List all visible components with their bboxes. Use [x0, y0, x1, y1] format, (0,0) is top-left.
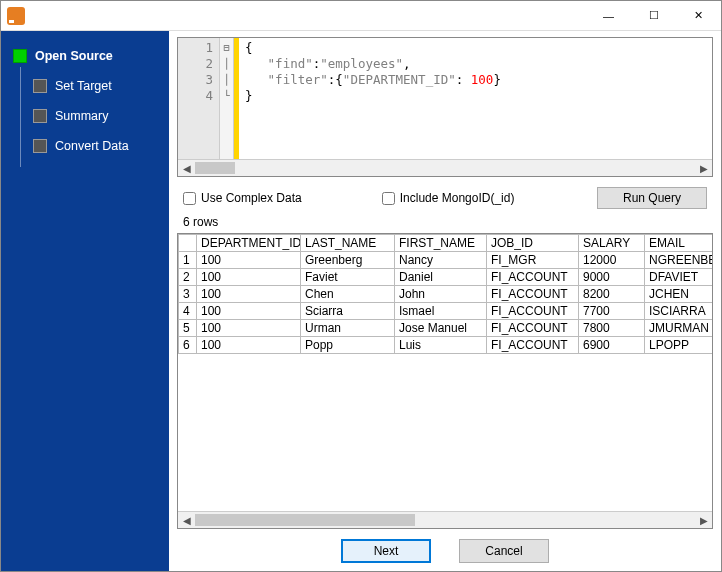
nav-item-set-target[interactable]: Set Target — [1, 75, 169, 97]
scroll-left-icon[interactable]: ◀ — [178, 512, 195, 529]
nav-step-icon — [33, 139, 47, 153]
table-cell[interactable]: FI_ACCOUNT — [487, 337, 579, 354]
table-cell[interactable]: Popp — [301, 337, 395, 354]
include-mongoid-checkbox[interactable]: Include MongoID(_id) — [382, 191, 515, 205]
maximize-button[interactable]: ☐ — [631, 1, 676, 31]
window-buttons: — ☐ ✕ — [586, 1, 721, 31]
table-cell[interactable]: Urman — [301, 320, 395, 337]
table-cell[interactable]: DFAVIET — [645, 269, 713, 286]
editor-code-area[interactable]: { "find":"employees", "filter":{"DEPARTM… — [239, 38, 712, 159]
table-cell[interactable]: Chen — [301, 286, 395, 303]
wizard-footer: Next Cancel — [177, 529, 713, 563]
next-button[interactable]: Next — [341, 539, 431, 563]
row-number-cell: 6 — [179, 337, 197, 354]
table-cell[interactable]: 100 — [197, 286, 301, 303]
table-cell[interactable]: 100 — [197, 303, 301, 320]
table-cell[interactable]: FI_ACCOUNT — [487, 269, 579, 286]
editor-fold-column: ⊟││└ — [220, 38, 234, 159]
table-cell[interactable]: 100 — [197, 337, 301, 354]
options-row: Use Complex Data Include MongoID(_id) Ru… — [177, 177, 713, 215]
cancel-button[interactable]: Cancel — [459, 539, 549, 563]
nav-item-open-source[interactable]: Open Source — [1, 45, 169, 67]
column-header[interactable]: JOB_ID — [487, 235, 579, 252]
nav-step-icon — [33, 109, 47, 123]
table-cell[interactable]: Sciarra — [301, 303, 395, 320]
table-cell[interactable]: FI_ACCOUNT — [487, 320, 579, 337]
table-row[interactable]: 2100FavietDanielFI_ACCOUNT9000DFAVIET1 — [179, 269, 713, 286]
table-cell[interactable]: NGREENBE — [645, 252, 713, 269]
table-cell[interactable]: Ismael — [395, 303, 487, 320]
table-cell[interactable]: FI_MGR — [487, 252, 579, 269]
query-editor[interactable]: 1234 ⊟││└ { "find":"employees", "filter"… — [177, 37, 713, 177]
table-cell[interactable]: LPOPP — [645, 337, 713, 354]
app-icon — [7, 7, 25, 25]
column-header[interactable]: FIRST_NAME — [395, 235, 487, 252]
table-cell[interactable]: Luis — [395, 337, 487, 354]
table-cell[interactable]: 100 — [197, 320, 301, 337]
table-row[interactable]: 5100UrmanJose ManuelFI_ACCOUNT7800JMURMA… — [179, 320, 713, 337]
row-number-cell: 1 — [179, 252, 197, 269]
nav-item-label: Open Source — [35, 49, 113, 63]
table-cell[interactable]: Greenberg — [301, 252, 395, 269]
grid-horizontal-scrollbar[interactable]: ◀ ▶ — [178, 511, 712, 528]
table-cell[interactable]: FI_ACCOUNT — [487, 286, 579, 303]
table-row[interactable]: 3100ChenJohnFI_ACCOUNT8200JCHEN1 — [179, 286, 713, 303]
table-row[interactable]: 6100PoppLuisFI_ACCOUNT6900LPOPP1 — [179, 337, 713, 354]
row-number-cell: 5 — [179, 320, 197, 337]
table-cell[interactable]: Jose Manuel — [395, 320, 487, 337]
row-number-cell: 3 — [179, 286, 197, 303]
scroll-thumb[interactable] — [195, 162, 235, 174]
scroll-right-icon[interactable]: ▶ — [695, 512, 712, 529]
row-number-header — [179, 235, 197, 252]
minimize-button[interactable]: — — [586, 1, 631, 31]
row-number-cell: 4 — [179, 303, 197, 320]
editor-gutter: 1234 — [178, 38, 220, 159]
scroll-left-icon[interactable]: ◀ — [178, 160, 195, 177]
table-cell[interactable]: 7700 — [579, 303, 645, 320]
nav-item-summary[interactable]: Summary — [1, 105, 169, 127]
use-complex-data-checkbox[interactable]: Use Complex Data — [183, 191, 302, 205]
nav-step-icon — [13, 49, 27, 63]
row-count-label: 6 rows — [177, 215, 713, 233]
column-header[interactable]: EMAIL — [645, 235, 713, 252]
table-cell[interactable]: 100 — [197, 269, 301, 286]
close-button[interactable]: ✕ — [676, 1, 721, 31]
editor-horizontal-scrollbar[interactable]: ◀ ▶ — [178, 159, 712, 176]
table-row[interactable]: 1100GreenbergNancyFI_MGR12000NGREENBE1 — [179, 252, 713, 269]
table-cell[interactable]: 6900 — [579, 337, 645, 354]
scroll-thumb[interactable] — [195, 514, 415, 526]
nav-item-label: Summary — [55, 109, 108, 123]
table-cell[interactable]: Daniel — [395, 269, 487, 286]
table-cell[interactable]: JCHEN — [645, 286, 713, 303]
include-mongoid-input[interactable] — [382, 192, 395, 205]
table-cell[interactable]: 100 — [197, 252, 301, 269]
nav-item-label: Set Target — [55, 79, 112, 93]
table-cell[interactable]: 12000 — [579, 252, 645, 269]
use-complex-data-input[interactable] — [183, 192, 196, 205]
nav-step-icon — [33, 79, 47, 93]
include-mongoid-label: Include MongoID(_id) — [400, 191, 515, 205]
wizard-sidebar: Open SourceSet TargetSummaryConvert Data — [1, 31, 169, 571]
table-cell[interactable]: 8200 — [579, 286, 645, 303]
table-cell[interactable]: 7800 — [579, 320, 645, 337]
table-row[interactable]: 4100SciarraIsmaelFI_ACCOUNT7700ISCIARRA1 — [179, 303, 713, 320]
results-grid: DEPARTMENT_IDLAST_NAMEFIRST_NAMEJOB_IDSA… — [177, 233, 713, 529]
nav-item-convert-data[interactable]: Convert Data — [1, 135, 169, 157]
table-cell[interactable]: Nancy — [395, 252, 487, 269]
table-cell[interactable]: John — [395, 286, 487, 303]
use-complex-data-label: Use Complex Data — [201, 191, 302, 205]
table-cell[interactable]: FI_ACCOUNT — [487, 303, 579, 320]
nav-item-label: Convert Data — [55, 139, 129, 153]
table-cell[interactable]: Faviet — [301, 269, 395, 286]
table-cell[interactable]: JMURMAN — [645, 320, 713, 337]
main-panel: 1234 ⊟││└ { "find":"employees", "filter"… — [169, 31, 721, 571]
column-header[interactable]: LAST_NAME — [301, 235, 395, 252]
scroll-right-icon[interactable]: ▶ — [695, 160, 712, 177]
column-header[interactable]: DEPARTMENT_ID — [197, 235, 301, 252]
row-number-cell: 2 — [179, 269, 197, 286]
table-cell[interactable]: 9000 — [579, 269, 645, 286]
column-header[interactable]: SALARY — [579, 235, 645, 252]
titlebar: — ☐ ✕ — [1, 1, 721, 31]
table-cell[interactable]: ISCIARRA — [645, 303, 713, 320]
run-query-button[interactable]: Run Query — [597, 187, 707, 209]
